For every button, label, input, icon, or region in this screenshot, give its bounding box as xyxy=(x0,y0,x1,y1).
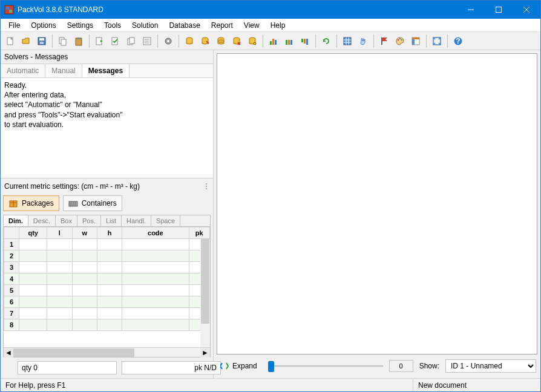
chart-group-icon[interactable] xyxy=(282,34,297,48)
grid-horizontal-scrollbar[interactable]: ◄ ► xyxy=(4,347,210,357)
doc-check-icon[interactable] xyxy=(108,34,123,48)
help-icon[interactable]: ? xyxy=(451,34,465,48)
grid-cell[interactable] xyxy=(97,285,122,296)
grid-header-qty[interactable]: qty xyxy=(19,227,47,239)
scroll-left-icon[interactable]: ◄ xyxy=(4,348,13,358)
grid-tab-list[interactable]: List xyxy=(101,215,122,226)
gear-icon[interactable] xyxy=(161,34,175,48)
table-row[interactable]: 4 xyxy=(4,273,210,285)
grid-icon[interactable] xyxy=(340,34,355,48)
table-row[interactable]: 3 xyxy=(4,262,210,273)
table-row[interactable]: 7 xyxy=(4,308,210,319)
grid-cell[interactable] xyxy=(72,308,97,319)
pk-input[interactable] xyxy=(122,361,221,374)
hand-icon[interactable] xyxy=(356,34,370,48)
grid-cell[interactable] xyxy=(19,296,47,308)
grid-cell[interactable] xyxy=(47,250,72,262)
scroll-right-icon[interactable]: ► xyxy=(200,348,210,358)
grid-tab-handl[interactable]: Handl. xyxy=(122,215,151,226)
close-button[interactable] xyxy=(513,1,540,19)
db-key-icon[interactable] xyxy=(245,34,260,48)
grid-cell[interactable] xyxy=(19,262,47,273)
grid-tab-desc[interactable]: Desc. xyxy=(28,215,56,226)
grid-cell[interactable] xyxy=(19,285,47,296)
paste-icon[interactable] xyxy=(71,34,86,48)
menu-settings[interactable]: Settings xyxy=(62,20,99,31)
save-icon[interactable] xyxy=(34,34,49,48)
db-delete-icon[interactable] xyxy=(229,34,244,48)
grid-header-w[interactable]: w xyxy=(72,227,97,239)
menu-file[interactable]: File xyxy=(3,20,25,31)
menu-help[interactable]: Help xyxy=(265,20,291,31)
table-row[interactable]: 8 xyxy=(4,319,210,331)
packages-button[interactable]: Packages xyxy=(3,195,59,211)
grid-cell[interactable] xyxy=(72,239,97,250)
menu-view[interactable]: View xyxy=(238,20,265,31)
grid-cell[interactable] xyxy=(97,250,122,262)
db-yellow-icon[interactable] xyxy=(182,34,197,48)
grid-cell[interactable] xyxy=(122,262,189,273)
grid-cell[interactable] xyxy=(122,308,189,319)
doc-list-icon[interactable] xyxy=(140,34,154,48)
menu-solution[interactable]: Solution xyxy=(126,20,163,31)
copy-icon[interactable] xyxy=(56,34,70,48)
grid-cell[interactable] xyxy=(122,273,189,285)
grid-cell[interactable] xyxy=(19,250,47,262)
grid-header-l[interactable]: l xyxy=(47,227,72,239)
doc-stack-icon[interactable] xyxy=(124,34,139,48)
grid-cell[interactable] xyxy=(97,308,122,319)
messages-area[interactable]: Ready.After entering data,select "Automa… xyxy=(1,78,213,178)
grid-tab-space[interactable]: Space xyxy=(151,215,180,226)
grid-cell[interactable] xyxy=(122,285,189,296)
grid-cell[interactable] xyxy=(19,273,47,285)
solver-tab-automatic[interactable]: Automatic xyxy=(1,64,45,77)
grid-header-code[interactable]: code xyxy=(122,227,189,239)
grid-cell[interactable] xyxy=(47,308,72,319)
table-row[interactable]: 5 xyxy=(4,285,210,296)
grid-cell[interactable] xyxy=(72,285,97,296)
db-stack-icon[interactable] xyxy=(214,34,228,48)
grid-cell[interactable] xyxy=(97,273,122,285)
grid-cell[interactable] xyxy=(19,239,47,250)
solver-tab-messages[interactable]: Messages xyxy=(82,64,130,77)
grid-vertical-scrollbar[interactable] xyxy=(200,239,210,347)
grid-cell[interactable] xyxy=(47,319,72,331)
grid-cell[interactable] xyxy=(47,239,72,250)
chart-bar-icon[interactable] xyxy=(266,34,281,48)
grid-cell[interactable] xyxy=(47,262,72,273)
show-select[interactable]: ID 1 - Unnamed xyxy=(445,359,536,373)
menu-options[interactable]: Options xyxy=(25,20,61,31)
grid-tab-pos[interactable]: Pos. xyxy=(77,215,101,226)
grid-cell[interactable] xyxy=(47,273,72,285)
palette-icon[interactable] xyxy=(393,34,407,48)
expand-button[interactable]: Expand xyxy=(218,361,260,371)
db-edit-icon[interactable] xyxy=(198,34,212,48)
grid-cell[interactable] xyxy=(72,296,97,308)
grid-cell[interactable] xyxy=(19,319,47,331)
grid-cell[interactable] xyxy=(122,296,189,308)
menu-database[interactable]: Database xyxy=(163,20,205,31)
containers-button[interactable]: Containers xyxy=(63,195,122,211)
grid-cell[interactable] xyxy=(19,308,47,319)
grid-cell[interactable] xyxy=(122,319,189,331)
layout-icon[interactable] xyxy=(408,34,423,48)
grid-cell[interactable] xyxy=(122,250,189,262)
table-row[interactable]: 1 xyxy=(4,239,210,250)
flag-red-icon[interactable] xyxy=(377,34,392,48)
grid-header-h[interactable]: h xyxy=(97,227,122,239)
fullscreen-icon[interactable] xyxy=(430,34,444,48)
grid-cell[interactable] xyxy=(97,239,122,250)
table-row[interactable]: 6 xyxy=(4,296,210,308)
grid-cell[interactable] xyxy=(97,319,122,331)
drag-handle-icon[interactable] xyxy=(203,183,209,189)
menu-report[interactable]: Report xyxy=(206,20,238,31)
grid-cell[interactable] xyxy=(72,250,97,262)
grid-cell[interactable] xyxy=(122,239,189,250)
chart-down-icon[interactable] xyxy=(298,34,312,48)
data-grid[interactable]: qtylwhcodepk12345678 ◄ ► xyxy=(3,226,211,358)
grid-cell[interactable] xyxy=(97,262,122,273)
solver-tab-manual[interactable]: Manual xyxy=(45,64,82,77)
menu-tools[interactable]: Tools xyxy=(99,20,126,31)
table-row[interactable]: 2 xyxy=(4,250,210,262)
grid-tab-dim[interactable]: Dim. xyxy=(4,215,28,226)
